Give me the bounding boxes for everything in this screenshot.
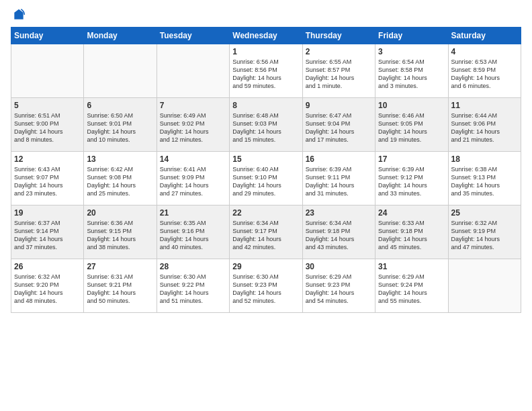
day-header-friday: Friday — [375, 28, 448, 44]
day-info: Sunrise: 6:29 AM Sunset: 9:24 PM Dayligh… — [378, 273, 445, 306]
day-cell — [448, 259, 521, 313]
day-cell: 13Sunrise: 6:42 AM Sunset: 9:08 PM Dayli… — [84, 152, 157, 205]
day-number: 15 — [232, 154, 299, 164]
day-info: Sunrise: 6:38 AM Sunset: 9:13 PM Dayligh… — [451, 165, 518, 198]
day-info: Sunrise: 6:39 AM Sunset: 9:11 PM Dayligh… — [306, 165, 372, 198]
day-cell: 11Sunrise: 6:44 AM Sunset: 9:06 PM Dayli… — [448, 98, 521, 152]
day-info: Sunrise: 6:30 AM Sunset: 9:23 PM Dayligh… — [232, 273, 299, 306]
day-cell: 1Sunrise: 6:56 AM Sunset: 8:56 PM Daylig… — [230, 44, 302, 98]
day-info: Sunrise: 6:36 AM Sunset: 9:15 PM Dayligh… — [87, 219, 153, 252]
day-info: Sunrise: 6:34 AM Sunset: 9:18 PM Dayligh… — [306, 219, 372, 252]
calendar: SundayMondayTuesdayWednesdayThursdayFrid… — [11, 27, 521, 313]
day-header-monday: Monday — [84, 28, 157, 44]
day-info: Sunrise: 6:55 AM Sunset: 8:57 PM Dayligh… — [306, 58, 372, 91]
day-cell: 20Sunrise: 6:36 AM Sunset: 9:15 PM Dayli… — [84, 205, 157, 259]
day-info: Sunrise: 6:42 AM Sunset: 9:08 PM Dayligh… — [87, 165, 153, 198]
day-cell: 4Sunrise: 6:53 AM Sunset: 8:59 PM Daylig… — [448, 44, 521, 98]
day-header-saturday: Saturday — [448, 28, 521, 44]
day-number: 13 — [87, 154, 153, 164]
day-number: 30 — [306, 262, 372, 271]
day-header-tuesday: Tuesday — [157, 28, 229, 44]
day-cell — [84, 44, 157, 98]
day-cell: 16Sunrise: 6:39 AM Sunset: 9:11 PM Dayli… — [302, 152, 375, 205]
day-cell: 25Sunrise: 6:32 AM Sunset: 9:19 PM Dayli… — [448, 205, 521, 259]
day-cell: 14Sunrise: 6:41 AM Sunset: 9:09 PM Dayli… — [157, 152, 229, 205]
day-header-sunday: Sunday — [11, 28, 84, 44]
day-cell: 3Sunrise: 6:54 AM Sunset: 8:58 PM Daylig… — [375, 44, 448, 98]
day-info: Sunrise: 6:50 AM Sunset: 9:01 PM Dayligh… — [87, 111, 153, 144]
day-cell: 23Sunrise: 6:34 AM Sunset: 9:18 PM Dayli… — [302, 205, 375, 259]
day-number: 7 — [160, 101, 226, 110]
day-number: 6 — [87, 101, 153, 110]
day-number: 17 — [378, 154, 445, 164]
day-info: Sunrise: 6:47 AM Sunset: 9:04 PM Dayligh… — [306, 111, 372, 144]
day-cell: 28Sunrise: 6:30 AM Sunset: 9:22 PM Dayli… — [157, 259, 229, 313]
day-info: Sunrise: 6:44 AM Sunset: 9:06 PM Dayligh… — [451, 111, 518, 144]
day-number: 10 — [378, 101, 445, 110]
day-info: Sunrise: 6:29 AM Sunset: 9:23 PM Dayligh… — [306, 273, 372, 306]
logo — [11, 8, 26, 21]
day-cell: 22Sunrise: 6:34 AM Sunset: 9:17 PM Dayli… — [230, 205, 302, 259]
day-number: 12 — [14, 154, 81, 164]
day-number: 22 — [232, 208, 299, 218]
day-cell: 8Sunrise: 6:48 AM Sunset: 9:03 PM Daylig… — [230, 98, 302, 152]
page: SundayMondayTuesdayWednesdayThursdayFrid… — [0, 0, 532, 411]
day-number: 2 — [306, 47, 372, 56]
day-info: Sunrise: 6:34 AM Sunset: 9:17 PM Dayligh… — [232, 219, 299, 252]
day-cell: 24Sunrise: 6:33 AM Sunset: 9:18 PM Dayli… — [375, 205, 448, 259]
day-cell: 17Sunrise: 6:39 AM Sunset: 9:12 PM Dayli… — [375, 152, 448, 205]
logo-icon — [12, 8, 26, 21]
day-number: 26 — [14, 262, 81, 271]
day-cell: 10Sunrise: 6:46 AM Sunset: 9:05 PM Dayli… — [375, 98, 448, 152]
day-cell: 27Sunrise: 6:31 AM Sunset: 9:21 PM Dayli… — [84, 259, 157, 313]
day-number: 8 — [232, 101, 299, 110]
day-info: Sunrise: 6:32 AM Sunset: 9:19 PM Dayligh… — [451, 219, 518, 252]
day-number: 16 — [306, 154, 372, 164]
day-info: Sunrise: 6:48 AM Sunset: 9:03 PM Dayligh… — [232, 111, 299, 144]
day-cell: 15Sunrise: 6:40 AM Sunset: 9:10 PM Dayli… — [230, 152, 302, 205]
header-row: SundayMondayTuesdayWednesdayThursdayFrid… — [11, 28, 521, 44]
day-info: Sunrise: 6:33 AM Sunset: 9:18 PM Dayligh… — [378, 219, 445, 252]
day-number: 9 — [306, 101, 372, 110]
day-cell: 7Sunrise: 6:49 AM Sunset: 9:02 PM Daylig… — [157, 98, 229, 152]
day-number: 18 — [451, 154, 518, 164]
day-info: Sunrise: 6:32 AM Sunset: 9:20 PM Dayligh… — [14, 273, 81, 306]
day-number: 14 — [160, 154, 226, 164]
day-cell: 30Sunrise: 6:29 AM Sunset: 9:23 PM Dayli… — [302, 259, 375, 313]
day-info: Sunrise: 6:40 AM Sunset: 9:10 PM Dayligh… — [232, 165, 299, 198]
day-info: Sunrise: 6:41 AM Sunset: 9:09 PM Dayligh… — [160, 165, 226, 198]
day-cell — [11, 44, 84, 98]
day-info: Sunrise: 6:31 AM Sunset: 9:21 PM Dayligh… — [87, 273, 153, 306]
day-number: 3 — [378, 47, 445, 56]
day-number: 4 — [451, 47, 518, 56]
day-cell: 29Sunrise: 6:30 AM Sunset: 9:23 PM Dayli… — [230, 259, 302, 313]
day-info: Sunrise: 6:56 AM Sunset: 8:56 PM Dayligh… — [232, 58, 299, 91]
day-cell: 18Sunrise: 6:38 AM Sunset: 9:13 PM Dayli… — [448, 152, 521, 205]
day-number: 24 — [378, 208, 445, 218]
day-info: Sunrise: 6:54 AM Sunset: 8:58 PM Dayligh… — [378, 58, 445, 91]
day-number: 1 — [232, 47, 299, 56]
day-cell: 12Sunrise: 6:43 AM Sunset: 9:07 PM Dayli… — [11, 152, 84, 205]
day-cell: 6Sunrise: 6:50 AM Sunset: 9:01 PM Daylig… — [84, 98, 157, 152]
header — [11, 8, 521, 21]
day-cell — [157, 44, 229, 98]
day-number: 20 — [87, 208, 153, 218]
day-number: 31 — [378, 262, 445, 271]
week-row-3: 19Sunrise: 6:37 AM Sunset: 9:14 PM Dayli… — [11, 205, 521, 259]
day-number: 25 — [451, 208, 518, 218]
day-info: Sunrise: 6:37 AM Sunset: 9:14 PM Dayligh… — [14, 219, 81, 252]
day-info: Sunrise: 6:39 AM Sunset: 9:12 PM Dayligh… — [378, 165, 445, 198]
day-info: Sunrise: 6:35 AM Sunset: 9:16 PM Dayligh… — [160, 219, 226, 252]
day-number: 27 — [87, 262, 153, 271]
day-info: Sunrise: 6:53 AM Sunset: 8:59 PM Dayligh… — [451, 58, 518, 91]
day-number: 5 — [14, 101, 81, 110]
day-cell: 26Sunrise: 6:32 AM Sunset: 9:20 PM Dayli… — [11, 259, 84, 313]
day-header-wednesday: Wednesday — [230, 28, 302, 44]
day-number: 21 — [160, 208, 226, 218]
day-cell: 19Sunrise: 6:37 AM Sunset: 9:14 PM Dayli… — [11, 205, 84, 259]
day-info: Sunrise: 6:46 AM Sunset: 9:05 PM Dayligh… — [378, 111, 445, 144]
day-number: 19 — [14, 208, 81, 218]
day-cell: 5Sunrise: 6:51 AM Sunset: 9:00 PM Daylig… — [11, 98, 84, 152]
day-number: 11 — [451, 101, 518, 110]
day-number: 23 — [306, 208, 372, 218]
